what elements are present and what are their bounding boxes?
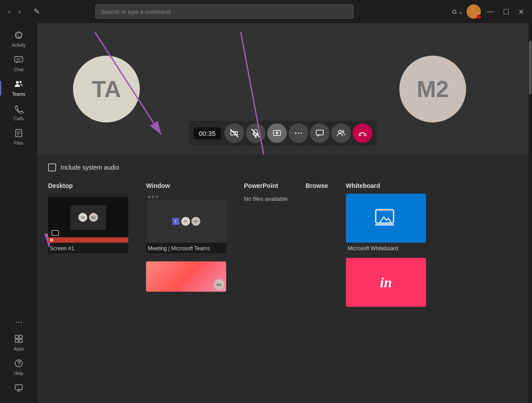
minimize-button[interactable]: — <box>484 6 497 17</box>
call-area: TA M2 00:35 <box>37 23 528 155</box>
call-controls: 00:35 <box>189 121 377 146</box>
participant-m2: M2 <box>399 56 466 122</box>
tenant-chevron-icon: ⌄ <box>458 8 463 15</box>
window-thumb-titlebar <box>146 194 226 200</box>
sidebar-item-activity[interactable]: Activity <box>0 27 37 51</box>
back-button[interactable]: ‹ <box>5 6 13 17</box>
sidebar-item-device[interactable] <box>0 379 37 398</box>
compose-button[interactable]: ✎ <box>30 5 44 18</box>
search-bar[interactable]: Search or type a command <box>95 4 353 19</box>
svg-rect-25 <box>376 210 394 223</box>
right-scrollbar[interactable] <box>528 23 532 403</box>
svg-point-16 <box>295 133 296 134</box>
whiteboard-section-title: Whiteboard <box>346 182 426 189</box>
desktop-thumbnail: TA M2 <box>48 194 128 243</box>
sidebar-item-teams[interactable]: Teams <box>0 76 37 100</box>
share-sections: Desktop TA M2 <box>48 182 518 307</box>
window-meeting-label: Meeting | Microsoft Teams <box>146 243 226 253</box>
system-audio-label: Include system audio <box>61 164 119 171</box>
participant-ta: TA <box>73 56 140 122</box>
participants-row: TA M2 <box>37 56 528 122</box>
mini-avatar-m2: M2 <box>89 213 98 222</box>
system-audio-row: Include system audio <box>48 163 518 171</box>
device-icon <box>14 383 24 394</box>
desktop-thumb-taskbar <box>48 237 128 243</box>
main-layout: Activity Chat Teams <box>0 23 532 403</box>
invision-card-wrap: in <box>346 258 426 307</box>
sidebar-item-files[interactable]: Files <box>0 125 37 149</box>
svg-rect-7 <box>19 339 22 342</box>
svg-point-9 <box>18 366 19 366</box>
avatar[interactable] <box>467 4 481 19</box>
whiteboard-card[interactable] <box>346 194 426 243</box>
files-icon <box>14 128 24 139</box>
no-files-label: No files available <box>244 195 288 202</box>
window-thumb-content: T TA M2 <box>146 200 226 243</box>
maximize-button[interactable]: ☐ <box>500 6 512 18</box>
svg-point-1 <box>16 81 19 84</box>
window-thumb-card[interactable]: T TA M2 Meeting | Microsoft Teams <box>146 194 226 253</box>
svg-point-20 <box>338 130 341 133</box>
svg-point-18 <box>301 133 302 134</box>
help-icon <box>14 358 24 370</box>
sidebar-label-activity: Activity <box>12 43 26 48</box>
svg-rect-4 <box>15 335 18 338</box>
whiteboard-card-wrap: Microsoft Whiteboard <box>346 194 426 253</box>
desktop-thumb-bar <box>48 194 128 197</box>
mute-button[interactable] <box>246 123 265 143</box>
invision-card[interactable]: in <box>346 258 426 307</box>
more-button[interactable]: ··· <box>15 313 23 330</box>
svg-rect-0 <box>15 57 23 62</box>
svg-rect-19 <box>316 130 323 135</box>
mini-av-ta2: TA <box>181 217 190 226</box>
activity-icon <box>14 30 24 41</box>
close-button[interactable]: ✕ <box>516 6 527 18</box>
window-thumb-card-2[interactable]: M2 <box>146 261 226 292</box>
sidebar-item-calls[interactable]: Calls <box>0 100 37 125</box>
whiteboard-icon <box>374 208 398 228</box>
desktop-section-title: Desktop <box>48 182 128 189</box>
sidebar-item-apps[interactable]: Apps <box>0 330 37 355</box>
svg-point-21 <box>342 130 344 132</box>
svg-rect-5 <box>19 335 22 338</box>
whiteboard-app-label: Microsoft Whiteboard <box>346 243 426 253</box>
sidebar-label-calls: Calls <box>14 116 24 121</box>
sidebar-label-apps: Apps <box>14 346 24 351</box>
powerpoint-section-title: PowerPoint <box>244 182 288 189</box>
tenant-label: G <box>452 8 457 15</box>
more-options-button[interactable] <box>288 123 308 143</box>
sidebar-item-chat[interactable]: Chat <box>0 51 37 76</box>
nav-buttons: ‹ › <box>5 6 24 17</box>
share-panel: Include system audio Desktop <box>37 155 528 403</box>
search-placeholder: Search or type a command <box>101 8 171 15</box>
participants-button[interactable] <box>331 123 351 143</box>
sidebar-label-chat: Chat <box>14 67 23 72</box>
call-timer: 00:35 <box>194 127 221 139</box>
svg-rect-10 <box>15 385 22 390</box>
chat-icon <box>14 55 24 66</box>
forward-button[interactable]: › <box>16 6 23 17</box>
mini-avatar-ta: TA <box>78 213 87 222</box>
video-toggle-button[interactable] <box>224 123 244 143</box>
svg-point-17 <box>298 133 299 134</box>
teams-icon <box>14 79 24 90</box>
window-thumbnail-2: M2 <box>146 261 226 292</box>
calls-icon <box>14 104 24 115</box>
section-browse: Browse <box>305 182 328 189</box>
section-whiteboard: Whiteboard Microsoft Whiteboard <box>346 182 426 307</box>
window-thumbnail: T TA M2 <box>146 194 226 243</box>
mini-av-m22: M2 <box>191 217 200 226</box>
content-area: TA M2 00:35 <box>37 23 528 403</box>
invision-text: in <box>380 274 392 291</box>
window-section-title: Window <box>146 182 226 189</box>
share-screen-button[interactable] <box>267 123 287 143</box>
hangup-button[interactable] <box>353 123 372 143</box>
sidebar: Activity Chat Teams <box>0 23 37 403</box>
apps-icon <box>14 334 24 345</box>
system-audio-checkbox[interactable] <box>48 163 56 171</box>
chat-button[interactable] <box>310 123 329 143</box>
sidebar-label-files: Files <box>14 141 23 146</box>
sidebar-item-help[interactable]: Help <box>0 355 37 379</box>
tenant-button[interactable]: G ⌄ <box>452 8 463 15</box>
sidebar-label-teams: Teams <box>12 92 25 97</box>
